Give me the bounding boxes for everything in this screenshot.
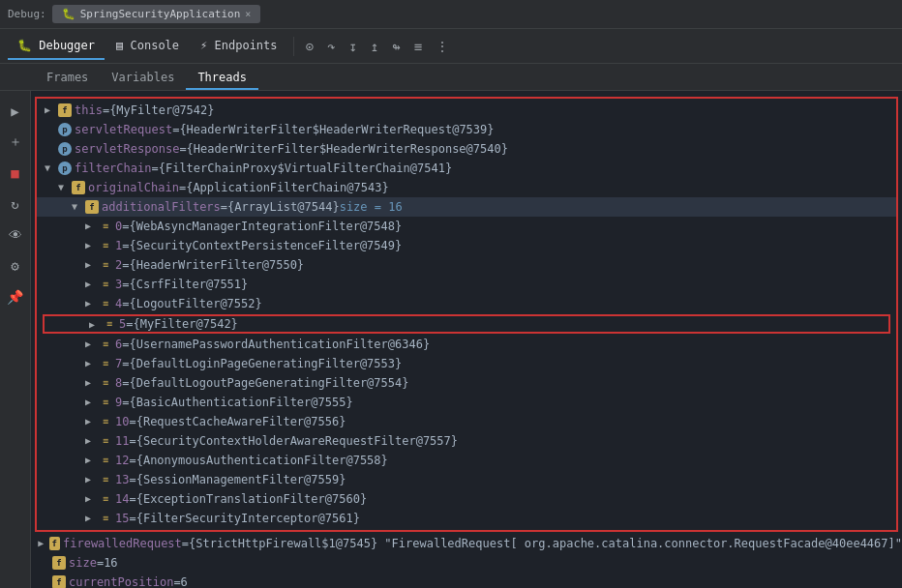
arrow-item-0[interactable] [85, 218, 99, 235]
var-name-item-13: 13 [115, 471, 129, 488]
tree-row-item-14[interactable]: ≡ 14 = {ExceptionTranslationFilter@7560} [37, 489, 896, 509]
var-val-this: {MyFilter@7542} [109, 102, 214, 119]
more-button[interactable]: ⋮ [430, 35, 455, 58]
tree-row-filterchain[interactable]: p filterChain = {FilterChainProxy$Virtua… [37, 159, 896, 178]
tree-row-originalchain[interactable]: f originalChain = {ApplicationFilterChai… [37, 178, 896, 197]
tree-row-item-0[interactable]: ≡ 0 = {WebAsyncManagerIntegrationFilter@… [37, 217, 896, 236]
sidebar-icon-resume[interactable]: ↻ [3, 191, 28, 217]
sub-tabs: Frames Variables Threads [0, 64, 902, 91]
tree-row-servletrequest[interactable]: p servletRequest = {HeaderWriterFilter$H… [37, 120, 896, 139]
var-name-size: size [69, 554, 97, 572]
tree-row-item-6[interactable]: ≡ 6 = {UsernamePasswordAuthenticationFil… [37, 335, 896, 354]
tree-row-item-9[interactable]: ≡ 9 = {BasicAuthenticationFilter@7555} [37, 393, 896, 412]
subtab-threads[interactable]: Threads [186, 67, 258, 90]
show-execution-point-button[interactable]: ⊙ [300, 35, 319, 58]
var-val-item-7: {DefaultLoginPageGeneratingFilter@7553} [129, 355, 402, 372]
var-name-item-4: 4 [115, 295, 122, 312]
var-name-filterchain: filterChain [75, 160, 151, 177]
icon-list-3: ≡ [99, 278, 112, 291]
var-name-item-6: 6 [115, 336, 122, 353]
icon-list-12: ≡ [99, 454, 112, 467]
tree-row-item-10[interactable]: ≡ 10 = {RequestCacheAwareFilter@7556} [37, 412, 896, 431]
arrow-item-6[interactable] [85, 336, 99, 353]
var-val-item-13: {SessionManagementFilter@7559} [136, 471, 346, 488]
var-val-item-15: {FilterSecurityInterceptor@7561} [136, 510, 360, 527]
arrow-item-13[interactable] [85, 471, 99, 488]
var-val-item-4: {LogoutFilter@7552} [129, 295, 261, 312]
var-name-item-11: 11 [115, 432, 129, 450]
debugger-icon: 🐛 [17, 39, 32, 52]
red-border-section: f this = {MyFilter@7542} p servletReques… [35, 97, 898, 532]
app-tab[interactable]: 🐛 SpringSecurityApplication × [52, 5, 261, 23]
sidebar-icon-stop[interactable]: ■ [3, 161, 28, 186]
tree-row-item-4[interactable]: ≡ 4 = {LogoutFilter@7552} [37, 294, 896, 313]
var-val-item-11: {SecurityContextHolderAwareRequestFilter… [136, 432, 458, 450]
step-over-button[interactable]: ↷ [321, 35, 341, 58]
tree-row-item-5[interactable]: ≡ 5 = {MyFilter@7542} [43, 314, 890, 334]
arrow-this[interactable] [45, 102, 58, 119]
tree-row-item-7[interactable]: ≡ 7 = {DefaultLoginPageGeneratingFilter@… [37, 354, 896, 373]
var-name-item-0: 0 [115, 218, 122, 235]
icon-p-filterchain: p [58, 162, 72, 175]
arrow-filterchain[interactable] [45, 160, 58, 177]
sidebar-icon-pin[interactable]: 📌 [3, 284, 28, 309]
sidebar-icon-plus[interactable]: ＋ [3, 130, 28, 155]
subtab-frames[interactable]: Frames [35, 67, 100, 90]
var-val-item-2: {HeaderWriterFilter@7550} [129, 256, 304, 274]
var-name-firewalledrequest: firewalledRequest [63, 535, 182, 552]
sidebar-icon-eyes[interactable]: 👁 [3, 222, 28, 248]
run-to-cursor-button[interactable]: ↬ [386, 35, 406, 58]
arrow-item-15[interactable] [85, 510, 99, 527]
tree-row-item-3[interactable]: ≡ 3 = {CsrfFilter@7551} [37, 275, 896, 294]
var-val-item-14: {ExceptionTranslationFilter@7560} [136, 490, 367, 508]
tree-row-item-8[interactable]: ≡ 8 = {DefaultLogoutPageGeneratingFilter… [37, 373, 896, 393]
arrow-firewalledrequest[interactable] [38, 535, 48, 552]
sidebar-icon-gear[interactable]: ⚙ [3, 253, 28, 279]
arrow-item-2[interactable] [85, 256, 99, 274]
arrow-item-14[interactable] [85, 490, 99, 508]
subtab-variables[interactable]: Variables [100, 67, 186, 90]
arrow-item-3[interactable] [85, 276, 99, 293]
tree-row-size[interactable]: f size = 16 [31, 553, 902, 573]
var-name-item-5: 5 [119, 317, 126, 331]
evaluate-button[interactable]: ≡ [408, 35, 428, 58]
var-val-item-3: {CsrfFilter@7551} [129, 276, 248, 293]
arrow-item-9[interactable] [85, 394, 99, 411]
tree-row-firewalledrequest[interactable]: f firewalledRequest = {StrictHttpFirewal… [31, 534, 902, 553]
app-tab-name: SpringSecurityApplication [80, 8, 241, 20]
icon-list-1: ≡ [99, 239, 112, 252]
icon-p-servletresponse: p [58, 142, 72, 156]
arrow-item-7[interactable] [85, 355, 99, 372]
icon-list-2: ≡ [99, 258, 112, 272]
tree-row-item-11[interactable]: ≡ 11 = {SecurityContextHolderAwareReques… [37, 431, 896, 451]
arrow-item-4[interactable] [85, 295, 99, 312]
tree-row-this[interactable]: f this = {MyFilter@7542} [37, 101, 896, 120]
arrow-originalchain[interactable] [58, 179, 72, 196]
close-tab-button[interactable]: × [245, 9, 251, 19]
var-val-item-5: {MyFilter@7542} [133, 317, 237, 331]
step-into-button[interactable]: ↧ [343, 35, 362, 58]
tree-row-item-2[interactable]: ≡ 2 = {HeaderWriterFilter@7550} [37, 255, 896, 275]
sidebar-icon-1[interactable]: ▶ [3, 99, 28, 124]
arrow-additionalfilters[interactable] [72, 198, 85, 216]
arrow-item-5[interactable] [89, 319, 103, 330]
arrow-item-1[interactable] [85, 237, 99, 254]
var-val-currentposition: 6 [181, 573, 188, 588]
arrow-item-12[interactable] [85, 452, 99, 469]
tree-row-currentposition[interactable]: f currentPosition = 6 [31, 573, 902, 588]
var-name-item-1: 1 [115, 237, 122, 254]
step-out-button[interactable]: ↥ [365, 35, 384, 58]
tab-console[interactable]: ▤ Console [106, 33, 189, 60]
tree-row-item-15[interactable]: ≡ 15 = {FilterSecurityInterceptor@7561} [37, 509, 896, 528]
tab-endpoints[interactable]: ⚡ Endpoints [191, 33, 286, 60]
arrow-item-8[interactable] [85, 374, 99, 392]
tree-row-additionalfilters[interactable]: f additionalFilters = {ArrayList@7544} s… [37, 197, 896, 217]
tree-row-item-13[interactable]: ≡ 13 = {SessionManagementFilter@7559} [37, 470, 896, 489]
tree-row-item-1[interactable]: ≡ 1 = {SecurityContextPersistenceFilter@… [37, 236, 896, 255]
arrow-item-11[interactable] [85, 432, 99, 450]
tree-row-item-12[interactable]: ≡ 12 = {AnonymousAuthenticationFilter@75… [37, 451, 896, 470]
arrow-item-10[interactable] [85, 413, 99, 430]
tree-row-servletresponse[interactable]: p servletResponse = {HeaderWriterFilter$… [37, 139, 896, 159]
tab-debugger[interactable]: 🐛 Debugger [8, 33, 105, 60]
icon-list-13: ≡ [99, 473, 112, 486]
